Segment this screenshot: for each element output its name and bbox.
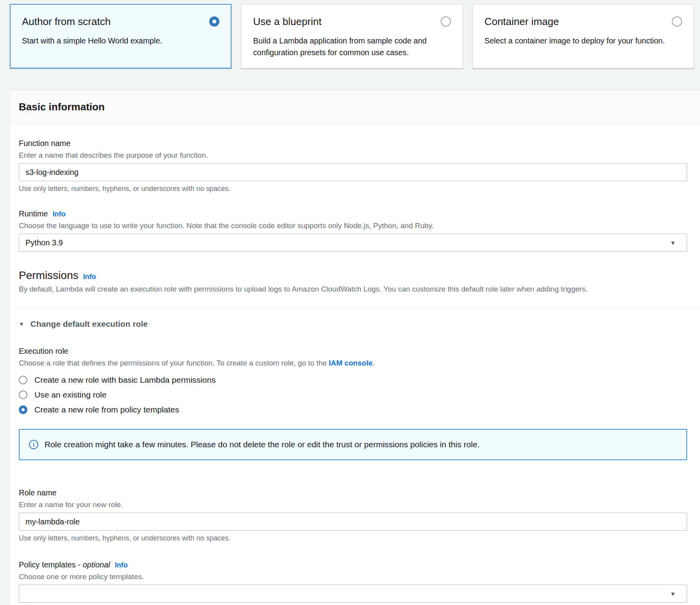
permissions-section: Permissions Info By default, Lambda will…: [19, 269, 687, 294]
radio-unselected-icon[interactable]: [19, 376, 27, 384]
function-name-description: Enter a name that describes the purpose …: [19, 151, 687, 160]
execution-role-description-text: Choose a role that defines the permissio…: [19, 359, 329, 367]
function-name-field-group: Function name Enter a name that describe…: [19, 138, 687, 193]
chevron-down-icon: ▼: [670, 591, 676, 597]
creation-type-cards: Author from scratch Start with a simple …: [10, 0, 694, 68]
runtime-selected-value: Python 3.9: [25, 238, 63, 247]
panel-title: Basic information: [19, 101, 687, 113]
alert-text: Role creation might take a few minutes. …: [45, 439, 479, 450]
permissions-heading: Permissions: [19, 269, 78, 282]
card-use-a-blueprint[interactable]: Use a blueprint Build a Lambda applicati…: [241, 4, 463, 68]
function-name-input[interactable]: [19, 163, 687, 181]
execution-role-radio-group: Create a new role with basic Lambda perm…: [19, 373, 687, 417]
card-description: Start with a simple Hello World example.: [22, 35, 219, 47]
policy-templates-label-prefix: Policy templates -: [19, 560, 83, 569]
change-execution-role-toggle[interactable]: ▼ Change default execution role: [19, 319, 687, 329]
panel-header: Basic information: [10, 90, 700, 124]
policy-templates-description: Choose one or more policy templates.: [19, 572, 687, 582]
function-name-label: Function name: [19, 138, 687, 148]
policy-templates-info-link[interactable]: Info: [115, 561, 127, 569]
radio-unselected-icon[interactable]: [441, 16, 451, 27]
panel-body: Function name Enter a name that describe…: [10, 124, 700, 605]
function-name-constraint: Use only letters, numbers, hyphens, or u…: [19, 184, 687, 193]
card-title: Container image: [485, 15, 559, 28]
execution-role-description-suffix: .: [373, 359, 375, 367]
radio-option-label: Create a new role with basic Lambda perm…: [34, 375, 215, 385]
runtime-label: Runtime: [19, 209, 48, 219]
role-creation-info-alert: i Role creation might take a few minutes…: [19, 429, 687, 460]
policy-templates-label: Policy templates - optional: [19, 560, 110, 570]
radio-option-basic-lambda-permissions[interactable]: Create a new role with basic Lambda perm…: [19, 373, 687, 387]
triangle-down-icon: ▼: [19, 321, 24, 327]
radio-option-use-existing-role[interactable]: Use an existing role: [19, 387, 687, 402]
permissions-info-link[interactable]: Info: [83, 273, 96, 281]
policy-templates-select[interactable]: ▼: [19, 585, 687, 603]
runtime-description: Choose the language to use to write your…: [19, 221, 687, 230]
section-divider: [10, 308, 700, 308]
role-name-label: Role name: [19, 488, 687, 498]
radio-selected-icon[interactable]: [209, 16, 219, 27]
card-container-image[interactable]: Container image Select a container image…: [472, 4, 694, 68]
card-title: Use a blueprint: [253, 15, 321, 28]
runtime-select[interactable]: Python 3.9 ▼: [19, 234, 687, 252]
radio-unselected-icon[interactable]: [19, 391, 27, 399]
execution-role-label: Execution role: [19, 346, 687, 356]
role-name-description: Enter a name for your new role.: [19, 500, 687, 510]
radio-option-label: Use an existing role: [34, 390, 106, 400]
radio-unselected-icon[interactable]: [672, 16, 682, 27]
execution-role-field-group: Execution role Choose a role that define…: [19, 346, 687, 417]
role-name-input[interactable]: [19, 513, 687, 531]
card-description: Select a container image to deploy for y…: [485, 35, 682, 47]
change-execution-role-label: Change default execution role: [31, 319, 148, 329]
card-title: Author from scratch: [22, 15, 111, 28]
policy-templates-field-group: Policy templates - optional Info Choose …: [19, 560, 687, 605]
radio-option-role-from-policy-templates[interactable]: Create a new role from policy templates: [19, 402, 687, 417]
role-name-constraint: Use only letters, numbers, hyphens, or u…: [19, 534, 687, 542]
radio-option-label: Create a new role from policy templates: [34, 405, 179, 414]
chevron-down-icon: ▼: [670, 240, 676, 246]
card-description: Build a Lambda application from sample c…: [253, 35, 451, 58]
execution-role-description: Choose a role that defines the permissio…: [19, 358, 687, 368]
runtime-info-link[interactable]: Info: [52, 210, 65, 218]
runtime-field-group: Runtime Info Choose the language to use …: [19, 209, 687, 252]
radio-selected-icon[interactable]: [19, 405, 27, 414]
iam-console-link[interactable]: IAM console: [329, 359, 373, 367]
basic-information-panel: Basic information Function name Enter a …: [10, 90, 700, 605]
permissions-description: By default, Lambda will create an execut…: [19, 284, 687, 294]
info-icon: i: [29, 440, 38, 449]
card-author-from-scratch[interactable]: Author from scratch Start with a simple …: [10, 4, 232, 68]
role-name-field-group: Role name Enter a name for your new role…: [19, 488, 687, 542]
policy-templates-label-optional: optional: [83, 560, 110, 569]
